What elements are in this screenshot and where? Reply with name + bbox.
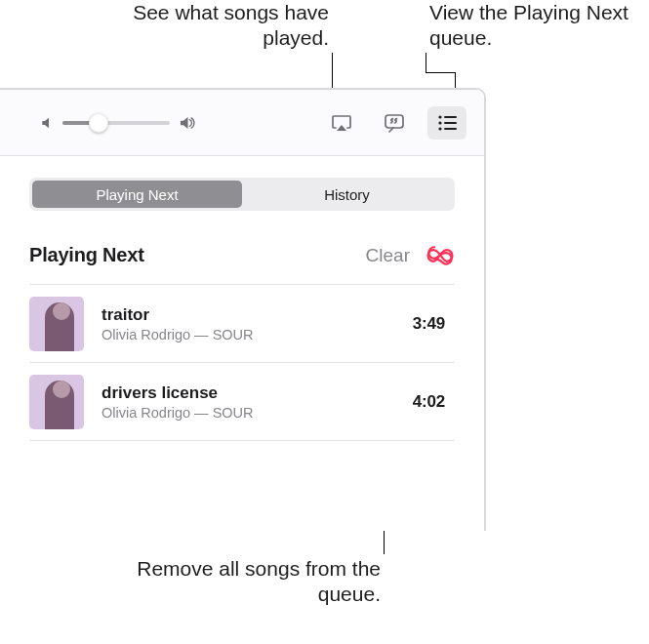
album-art (29, 375, 84, 429)
song-duration: 3:49 (413, 314, 455, 334)
callout-clear: Remove all songs from the queue. (127, 556, 381, 608)
svg-point-3 (438, 127, 441, 130)
song-list: traitor Olivia Rodrigo — SOUR 3:49 drive… (29, 284, 455, 441)
song-title: traitor (101, 305, 395, 325)
tab-history[interactable]: History (242, 181, 452, 208)
speaker-high-icon (178, 114, 195, 132)
svg-point-2 (438, 121, 441, 124)
section-title: Playing Next (29, 244, 144, 266)
toolbar (0, 90, 484, 156)
song-title: drivers license (101, 383, 395, 403)
list-item[interactable]: drivers license Olivia Rodrigo — SOUR 4:… (29, 363, 455, 441)
song-subtitle: Olivia Rodrigo — SOUR (101, 405, 395, 421)
volume-control (39, 114, 195, 132)
lyrics-button[interactable] (375, 106, 414, 140)
airplay-button[interactable] (322, 106, 361, 140)
callout-line-queue-v (426, 53, 426, 72)
speaker-low-icon (39, 115, 55, 131)
autoplay-button[interactable] (426, 246, 455, 265)
music-queue-window: Playing Next History Playing Next Clear … (0, 88, 486, 531)
svg-rect-0 (385, 115, 403, 128)
segmented-control: Playing Next History (29, 178, 455, 211)
section-header: Playing Next Clear (29, 244, 455, 266)
album-art (29, 297, 84, 351)
volume-slider-knob[interactable] (89, 113, 108, 133)
clear-button[interactable]: Clear (366, 245, 410, 266)
queue-panel: Playing Next History Playing Next Clear … (0, 156, 484, 441)
callout-history: See what songs have played. (109, 0, 329, 52)
svg-point-1 (438, 115, 441, 118)
tab-playing-next[interactable]: Playing Next (32, 181, 242, 208)
song-duration: 4:02 (413, 392, 455, 412)
volume-slider[interactable] (62, 121, 170, 125)
list-item[interactable]: traitor Olivia Rodrigo — SOUR 3:49 (29, 285, 455, 363)
callout-line-queue-h (426, 72, 455, 73)
callout-queue-button: View the Playing Next queue. (429, 0, 644, 52)
playing-next-button[interactable] (427, 106, 466, 140)
song-subtitle: Olivia Rodrigo — SOUR (101, 327, 395, 342)
